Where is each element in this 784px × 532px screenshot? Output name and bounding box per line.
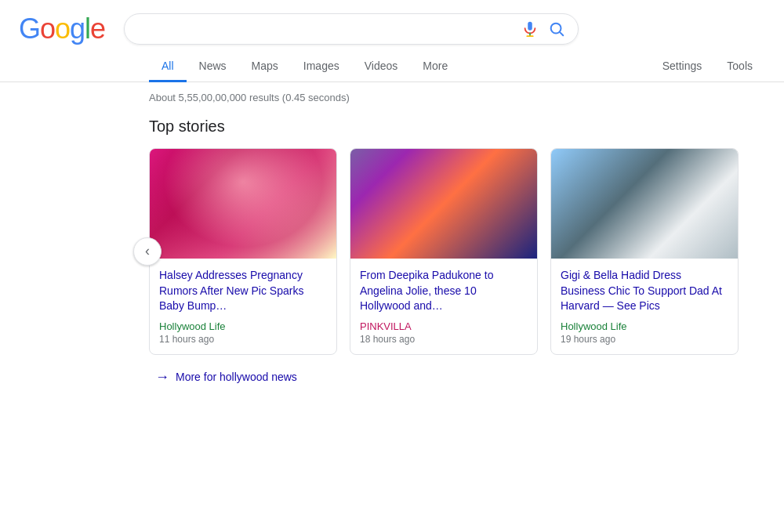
story-source-1: Hollywood Life [159,320,327,332]
search-bar: hollywood news [124,13,579,45]
more-link-text: More for hollywood news [176,371,297,383]
search-icon[interactable] [548,20,565,38]
story-time-2: 18 hours ago [360,334,528,345]
more-link[interactable]: → More for hollywood news [155,369,765,385]
prev-button[interactable]: ‹ [133,237,162,266]
nav-item-images[interactable]: Images [291,52,352,82]
story-source-2: PINKVILLA [360,320,528,332]
nav-item-news[interactable]: News [187,52,239,82]
arrow-right-icon: → [155,369,169,385]
story-body-1: Halsey Addresses Pregnancy Rumors After … [150,259,336,354]
nav-item-videos[interactable]: Videos [352,52,411,82]
story-title-3[interactable]: Gigi & Bella Hadid Dress Business Chic T… [561,268,728,314]
story-image-1 [150,149,336,259]
mic-icon[interactable] [521,20,539,38]
svg-rect-0 [528,22,532,31]
story-card: Gigi & Bella Hadid Dress Business Chic T… [550,148,739,355]
story-time-3: 19 hours ago [561,334,728,345]
results-area: About 5,55,00,00,000 results (0.45 secon… [0,82,784,404]
story-image-2 [350,149,537,259]
nav-bar: All News Maps Images Videos More Setting… [0,45,784,82]
google-logo[interactable]: Google [19,13,105,45]
nav-item-maps[interactable]: Maps [239,52,291,82]
story-card: Halsey Addresses Pregnancy Rumors After … [149,148,337,355]
story-time-1: 11 hours ago [159,334,327,345]
results-count: About 5,55,00,00,000 results (0.45 secon… [149,92,765,103]
story-image-3 [551,149,738,259]
story-body-2: From Deepika Padukone to Angelina Jolie,… [350,259,537,354]
stories-grid: Halsey Addresses Pregnancy Rumors After … [149,148,739,355]
top-stories-section: Top stories ‹ Halsey Addresses Pregnancy… [149,118,765,385]
nav-right: Settings Tools [650,52,765,81]
more-link-row: → More for hollywood news [155,369,765,385]
svg-line-4 [560,32,563,35]
top-stories-title: Top stories [149,118,765,136]
header: Google hollywood news [0,0,784,45]
search-input[interactable]: hollywood news [137,22,521,36]
nav-item-settings[interactable]: Settings [650,52,715,82]
story-title-2[interactable]: From Deepika Padukone to Angelina Jolie,… [360,268,528,314]
nav-item-more[interactable]: More [410,52,460,82]
stories-container: ‹ Halsey Addresses Pregnancy Rumors Afte… [149,148,765,355]
story-source-3: Hollywood Life [561,320,728,332]
nav-item-all[interactable]: All [149,52,187,82]
search-icons [521,20,565,38]
story-body-3: Gigi & Bella Hadid Dress Business Chic T… [551,259,738,354]
story-title-1[interactable]: Halsey Addresses Pregnancy Rumors After … [159,268,327,314]
story-card: From Deepika Padukone to Angelina Jolie,… [350,148,538,355]
nav-item-tools[interactable]: Tools [714,52,765,82]
